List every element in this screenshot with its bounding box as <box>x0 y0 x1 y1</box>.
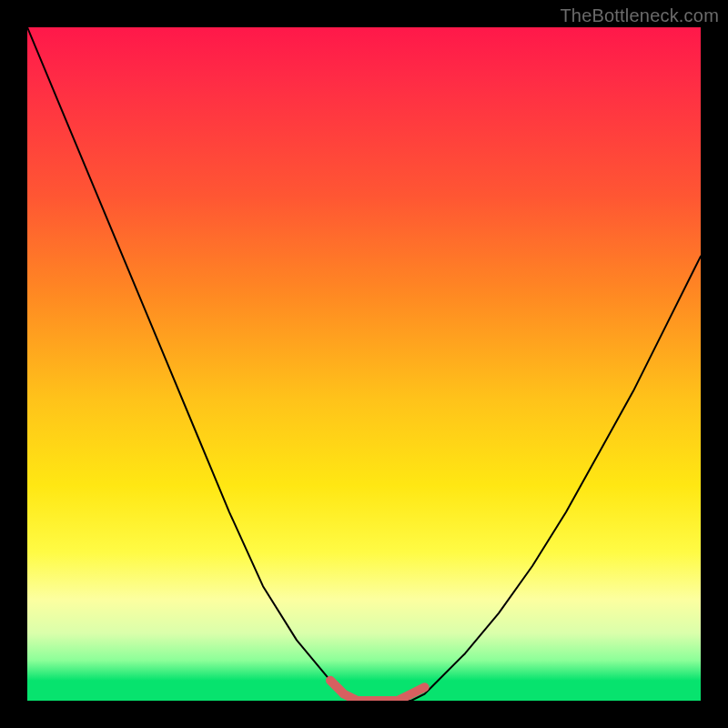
chart-plot-area <box>27 27 701 701</box>
chart-svg <box>27 27 701 701</box>
bottleneck-marker-segment <box>330 681 425 701</box>
bottleneck-curve <box>27 27 701 701</box>
watermark-text: TheBottleneck.com <box>560 5 719 26</box>
chart-frame: TheBottleneck.com <box>0 0 728 728</box>
